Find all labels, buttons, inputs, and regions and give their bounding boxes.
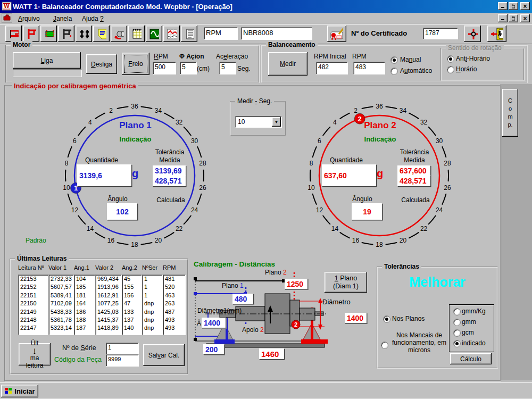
- leituras-cell[interactable]: 45: [122, 275, 142, 283]
- leituras-cell[interactable]: 493: [163, 316, 185, 324]
- child-close-button[interactable]: ×: [520, 14, 530, 22]
- um-plano-button[interactable]: 1 Plano(Diam 1): [325, 272, 367, 293]
- leituras-cell[interactable]: 263: [163, 300, 185, 307]
- indicado-radio[interactable]: [453, 340, 461, 347]
- close-button[interactable]: ×: [520, 2, 530, 10]
- chart-icon[interactable]: [163, 26, 180, 42]
- table-icon[interactable]: [128, 26, 145, 42]
- certificado-input[interactable]: 1787: [423, 28, 458, 39]
- anti-horario-label[interactable]: Anti-Horário: [456, 55, 490, 62]
- leituras-listbox-5[interactable]: 111dnpdnpdnpdnp: [142, 275, 163, 335]
- nos-planos-radio[interactable]: [383, 315, 390, 323]
- child-restore-button[interactable]: [509, 14, 518, 22]
- leituras-listbox-3[interactable]: 969,4341913,961612,911077,251425,031415,…: [95, 275, 122, 335]
- leituras-cell[interactable]: 1: [143, 275, 162, 283]
- leituras-cell[interactable]: 1: [143, 283, 162, 291]
- apoio-distance-input[interactable]: 200: [203, 344, 225, 355]
- chevron-down-icon[interactable]: ▼: [272, 117, 281, 127]
- norma-input[interactable]: NBR8008: [241, 27, 312, 40]
- leituras-cell[interactable]: 155: [122, 283, 142, 291]
- leituras-cell[interactable]: 1418,89: [96, 324, 121, 332]
- leituras-cell[interactable]: 22148: [19, 316, 48, 324]
- leituras-cell[interactable]: 7102,09: [49, 300, 73, 307]
- gcm-label[interactable]: gcm: [462, 329, 474, 336]
- leituras-cell[interactable]: 5361,78: [49, 316, 73, 324]
- child-minimize-button[interactable]: [498, 14, 508, 22]
- gmm-radio[interactable]: [453, 319, 461, 326]
- leituras-cell[interactable]: 22153: [19, 275, 48, 283]
- gmm-label[interactable]: gmm: [462, 318, 476, 326]
- leituras-cell[interactable]: 47: [122, 300, 142, 307]
- horario-label[interactable]: Horário: [456, 65, 477, 73]
- nos-mancais-radio[interactable]: [381, 342, 388, 349]
- leituras-cell[interactable]: 5323,14: [49, 324, 73, 332]
- horario-radio[interactable]: [447, 66, 454, 73]
- notes-icon[interactable]: [93, 26, 110, 42]
- leituras-cell[interactable]: 1612,91: [96, 292, 121, 300]
- leituras-cell[interactable]: 181: [74, 292, 95, 300]
- leituras-listbox-4[interactable]: 4515515647133137140: [122, 275, 142, 335]
- acion-input[interactable]: 5: [180, 62, 197, 74]
- leituras-cell[interactable]: 104: [74, 275, 95, 283]
- automatico-label[interactable]: Automático: [400, 67, 432, 74]
- leituras-cell[interactable]: 22152: [19, 283, 48, 291]
- calculo-button[interactable]: Cálculo: [450, 353, 492, 364]
- leituras-cell[interactable]: 156: [122, 292, 142, 300]
- motor-rpm-input[interactable]: 500: [153, 62, 176, 74]
- exit-icon[interactable]: [487, 26, 506, 42]
- diametro-input[interactable]: 1400: [345, 313, 367, 323]
- leituras-cell[interactable]: 188: [74, 316, 95, 324]
- leituras-cell[interactable]: 481: [163, 275, 185, 283]
- rpm-inicial-input[interactable]: 482: [316, 62, 348, 74]
- leituras-cell[interactable]: 22147: [19, 324, 48, 332]
- desliga-button[interactable]: Desliga: [86, 54, 117, 74]
- medir-button[interactable]: Medir: [268, 52, 307, 76]
- gmm-kg-radio[interactable]: [453, 308, 461, 315]
- leituras-cell[interactable]: 1425,03: [96, 308, 121, 316]
- medir-seg-combobox[interactable]: 10 ▼: [235, 116, 282, 128]
- anti-horario-radio[interactable]: [447, 55, 454, 63]
- nos-planos-label[interactable]: Nos Planos: [392, 315, 425, 322]
- nos-mancais-label[interactable]: Nos Mancais de funcionamento, em microns: [389, 331, 449, 354]
- leituras-cell[interactable]: 140: [122, 324, 142, 332]
- ultima-leitura-button[interactable]: Última leitura: [19, 343, 51, 365]
- leituras-cell[interactable]: 1415,37: [96, 316, 121, 324]
- caliper-dark-icon[interactable]: [58, 26, 74, 42]
- leituras-cell[interactable]: 5607,57: [49, 283, 73, 291]
- restore-button[interactable]: [509, 2, 518, 10]
- app-watt-logo-icon[interactable]: W: [2, 2, 12, 12]
- leituras-cell[interactable]: 185: [74, 283, 95, 291]
- gmm-kg-label[interactable]: gmm/Kg: [462, 307, 486, 315]
- caliper-red-icon[interactable]: [23, 26, 39, 42]
- leituras-cell[interactable]: 2732,33: [49, 275, 73, 283]
- manual-radio[interactable]: [390, 56, 398, 64]
- aceleracao-input[interactable]: 5: [219, 62, 236, 74]
- menu-ajuda[interactable]: Ajuda ?: [80, 14, 106, 23]
- leituras-cell[interactable]: 5438,33: [49, 308, 73, 316]
- rpm-final-input[interactable]: 483: [353, 62, 385, 74]
- leituras-cell[interactable]: 969,434: [96, 275, 121, 283]
- leituras-cell[interactable]: 5389,41: [49, 292, 73, 300]
- leituras-cell[interactable]: 187: [74, 324, 95, 332]
- leituras-listbox-6[interactable]: 481520463263487493493: [163, 275, 186, 335]
- leituras-cell[interactable]: 1: [143, 292, 162, 300]
- leituras-cell[interactable]: 186: [74, 308, 95, 316]
- leituras-cell[interactable]: 22149: [19, 308, 48, 316]
- leituras-cell[interactable]: 133: [122, 308, 142, 316]
- minimize-button[interactable]: [498, 2, 508, 10]
- menu-arquivo[interactable]: Arquivo: [16, 14, 42, 23]
- report-icon[interactable]: [181, 26, 197, 42]
- leituras-cell[interactable]: 137: [122, 316, 142, 324]
- indicado-label[interactable]: indicado: [462, 339, 486, 347]
- rotor-planes-icon[interactable]: [40, 26, 57, 42]
- leituras-cell[interactable]: 22151: [19, 292, 48, 300]
- leituras-cell[interactable]: dnp: [143, 308, 162, 316]
- leituras-cell[interactable]: dnp: [143, 316, 162, 324]
- crosshair-icon[interactable]: [464, 26, 481, 42]
- leituras-listbox-0[interactable]: 22153221522215122150221492214822147: [18, 275, 48, 335]
- leituras-cell[interactable]: 22150: [19, 300, 48, 307]
- freio-button[interactable]: Freio: [122, 53, 149, 75]
- iniciar-button[interactable]: Iniciar: [1, 385, 38, 397]
- comp-button[interactable]: Comp.: [502, 89, 518, 137]
- plano2-distance-input[interactable]: 1250: [285, 279, 308, 289]
